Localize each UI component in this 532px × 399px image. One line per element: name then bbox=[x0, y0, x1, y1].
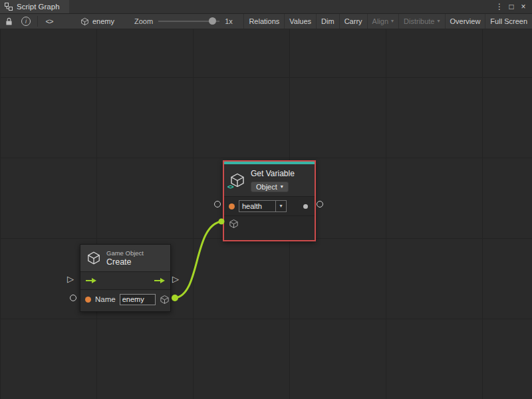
port-result-output-connected[interactable] bbox=[172, 295, 178, 301]
overview-button[interactable]: Overview bbox=[445, 14, 485, 29]
graph-toolbar: i <> enemy Zoom 1x Relations Values Dim … bbox=[0, 14, 532, 29]
caret-down-icon: ▾ bbox=[281, 184, 283, 190]
flow-port-row bbox=[80, 272, 170, 289]
caret-down-icon: ▾ bbox=[438, 19, 440, 24]
dropdown-arrow[interactable]: ▾ bbox=[275, 201, 286, 211]
name-value-input[interactable] bbox=[120, 294, 156, 305]
script-graph-icon bbox=[5, 3, 13, 11]
target-gameobject-port-icon[interactable] bbox=[229, 219, 239, 231]
variable-name-value: health bbox=[239, 202, 275, 210]
code-badge: <> bbox=[227, 184, 233, 190]
zoom-slider[interactable] bbox=[158, 14, 219, 29]
port-variable-name-input[interactable] bbox=[214, 201, 221, 207]
carry-button[interactable]: Carry bbox=[339, 14, 367, 29]
gameobject-cube-icon bbox=[80, 17, 89, 26]
zoom-slider-handle[interactable] bbox=[209, 17, 216, 25]
tab-script-graph[interactable]: Script Graph bbox=[0, 0, 69, 13]
graph-breadcrumb[interactable]: enemy bbox=[80, 17, 114, 26]
node-title: Get Variable bbox=[251, 169, 295, 178]
toolbar-separator bbox=[37, 16, 38, 27]
fullscreen-button[interactable]: Full Screen bbox=[485, 14, 532, 29]
node-get-variable[interactable]: <> Get Variable Object ▾ health ▾ bbox=[223, 160, 316, 241]
distribute-button[interactable]: Distribute ▾ bbox=[398, 14, 444, 29]
graph-canvas[interactable]: Game Object Create Name bbox=[0, 29, 532, 399]
port-value-output[interactable] bbox=[317, 201, 323, 207]
titlebar-controls: ⋮ □ × bbox=[493, 0, 532, 13]
align-button[interactable]: Align ▾ bbox=[367, 14, 398, 29]
value-output-port-dot[interactable] bbox=[303, 204, 308, 209]
flow-in-arrow-icon[interactable] bbox=[85, 277, 97, 284]
variable-name-row: health ▾ bbox=[224, 197, 315, 215]
variable-name-dropdown[interactable]: health ▾ bbox=[239, 200, 287, 212]
code-glyph: <> bbox=[46, 17, 53, 25]
align-label: Align bbox=[372, 17, 388, 25]
variable-name-port-dot[interactable] bbox=[229, 203, 235, 209]
flow-out-arrow-icon[interactable] bbox=[154, 277, 166, 284]
node-header-text: Get Variable Object ▾ bbox=[251, 169, 295, 192]
relations-button[interactable]: Relations bbox=[243, 14, 284, 29]
info-icon[interactable]: i bbox=[17, 14, 35, 29]
target-object-row bbox=[224, 216, 315, 233]
lock-icon[interactable] bbox=[0, 14, 17, 29]
maximize-icon[interactable]: □ bbox=[505, 0, 517, 13]
code-view-icon[interactable]: <> bbox=[41, 14, 58, 29]
kebab-menu-icon[interactable]: ⋮ bbox=[493, 0, 505, 13]
variable-scope-label: Object bbox=[256, 183, 277, 191]
window-titlebar: Script Graph ⋮ □ × bbox=[0, 0, 532, 14]
caret-down-icon: ▾ bbox=[391, 19, 394, 24]
name-input-port-dot[interactable] bbox=[85, 297, 91, 303]
distribute-label: Distribute bbox=[404, 17, 434, 25]
port-name-input[interactable] bbox=[70, 295, 76, 301]
tab-label: Script Graph bbox=[17, 3, 60, 11]
port-flow-input[interactable]: ▷ bbox=[67, 275, 74, 283]
info-glyph: i bbox=[21, 17, 31, 26]
node-title: Create bbox=[106, 257, 144, 267]
caret-down-icon: ▾ bbox=[279, 203, 282, 209]
gameobject-cube-icon bbox=[86, 251, 101, 265]
close-icon[interactable]: × bbox=[517, 0, 529, 13]
node-create-gameobject[interactable]: Game Object Create Name bbox=[80, 244, 171, 312]
name-port-label: Name bbox=[95, 295, 116, 303]
values-button[interactable]: Values bbox=[284, 14, 316, 29]
node-header-text: Game Object Create bbox=[106, 249, 144, 267]
padlock-glyph bbox=[5, 17, 13, 26]
node-header: Game Object Create bbox=[80, 245, 170, 271]
zoom-label: Zoom bbox=[134, 17, 153, 25]
graph-name: enemy bbox=[92, 17, 114, 25]
node-category: Game Object bbox=[106, 249, 144, 257]
zoom-value: 1x bbox=[225, 17, 233, 25]
result-gameobject-icon[interactable] bbox=[160, 295, 170, 305]
dim-button[interactable]: Dim bbox=[316, 14, 339, 29]
node-header: <> Get Variable Object ▾ bbox=[224, 164, 315, 196]
toolbar-buttons: Relations Values Dim Carry Align ▾ Distr… bbox=[243, 14, 532, 29]
variable-scope-dropdown[interactable]: Object ▾ bbox=[251, 182, 289, 192]
port-flow-output[interactable]: ▷ bbox=[172, 275, 179, 283]
variable-cube-icon: <> bbox=[229, 172, 245, 188]
name-port-row: Name bbox=[80, 290, 170, 309]
